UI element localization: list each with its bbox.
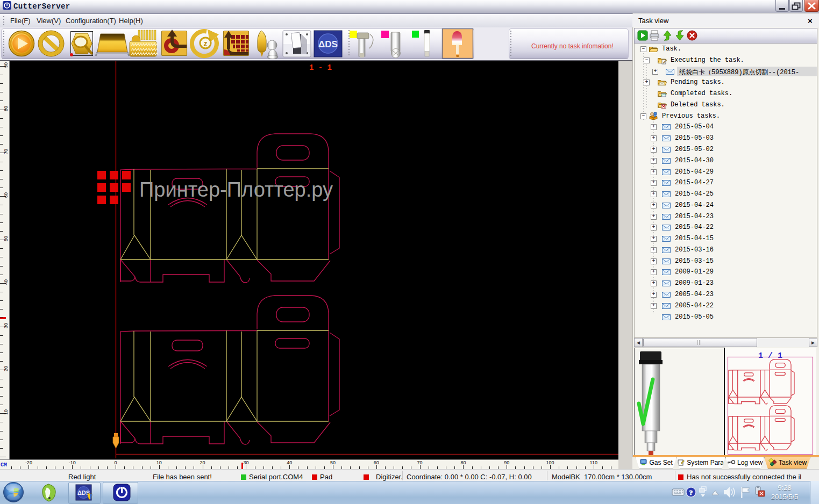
- svg-text:Принтер-Плоттер.ру: Принтер-Плоттер.ру: [139, 178, 333, 201]
- svg-text:z: z: [204, 39, 208, 48]
- svg-text:?: ?: [689, 488, 693, 496]
- svg-text:ΔDS: ΔDS: [318, 39, 338, 49]
- svg-text:1 - 1: 1 - 1: [309, 63, 332, 72]
